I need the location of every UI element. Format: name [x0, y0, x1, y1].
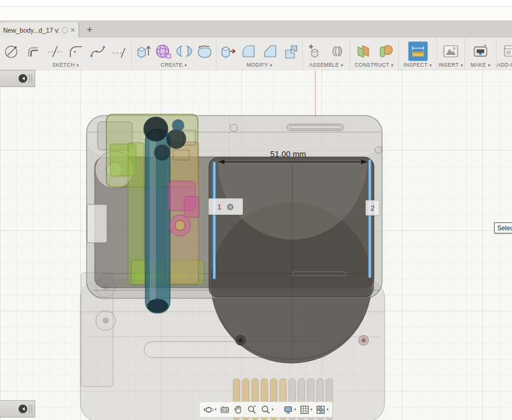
insert-menu-label[interactable]: INSERT ▾ — [438, 62, 463, 68]
construct-axis-icon[interactable] — [375, 41, 395, 61]
addins-icon[interactable] — [501, 41, 512, 61]
zoom-icon[interactable] — [246, 403, 258, 416]
fillet-solid-icon[interactable] — [239, 41, 258, 61]
sketch-extend-icon[interactable] — [109, 41, 129, 61]
tab-close-icon[interactable]: ✕ — [70, 27, 75, 33]
pan-icon[interactable] — [233, 403, 244, 416]
arrow-left-icon — [20, 407, 25, 411]
navigation-bar: ▾ ▾ ▾ ▾ — [199, 401, 333, 418]
sketch-offset-icon[interactable] — [23, 41, 43, 61]
group-label-text: ADD-INS — [497, 62, 512, 68]
chevron-down-icon: ▾ — [310, 407, 312, 412]
group-label-text: MODIFY — [247, 62, 268, 68]
chevron-down-icon: ▾ — [391, 63, 394, 67]
chevron-down-icon: ▾ — [461, 63, 463, 67]
group-label-text: INSPECT — [404, 62, 428, 68]
toolbar-group-create: CREATE ▾ — [132, 38, 216, 70]
toolbar-group-make: MAKE ▾ — [465, 38, 497, 70]
model-dark-cavity[interactable] — [209, 158, 373, 297]
sketch-fillet-icon[interactable] — [66, 41, 86, 61]
group-label-text: INSERT — [438, 62, 459, 68]
assemble-menu-label[interactable]: ASSEMBLE ▾ — [309, 62, 343, 68]
measure-point-badge-1[interactable]: 1 ⚙ — [208, 198, 243, 215]
addins-menu-label[interactable]: ADD-INS ▾ — [497, 62, 512, 68]
make-menu-label[interactable]: MAKE ▾ — [471, 62, 490, 68]
new-tab-button[interactable]: + — [79, 24, 100, 38]
group-label-text: CREATE — [161, 62, 183, 68]
zoom-window-icon[interactable]: ▾ — [260, 403, 274, 416]
press-pull-icon[interactable] — [218, 41, 237, 61]
chevron-down-icon: ▾ — [430, 63, 432, 67]
main-toolbar: SKETCH ▾ CREATE — [0, 38, 512, 70]
document-tab-title: New_body...d_17 v1* — [3, 27, 59, 34]
timeline-panel-collapsed — [0, 400, 35, 418]
chevron-down-icon: ▾ — [341, 63, 343, 67]
chamfer-icon[interactable] — [260, 41, 280, 61]
measure-point-badge-2[interactable]: 2 — [365, 200, 380, 216]
browser-panel-collapsed — [0, 70, 35, 87]
measure-point-number: 2 — [370, 204, 374, 212]
chevron-down-icon: ▾ — [184, 63, 187, 67]
chevron-down-icon: ▾ — [270, 63, 273, 67]
document-tab-bar: New_body...d_17 v1* ✕ + — [0, 20, 512, 38]
canvas-viewport[interactable]: 51.00 mm 1 ⚙ 2 Select o ▾ — [0, 70, 512, 420]
cad-model — [0, 70, 512, 420]
new-component-icon[interactable] — [305, 41, 325, 61]
sketch-menu-label[interactable]: SKETCH ▾ — [52, 62, 79, 68]
toolbar-group-insert: INSERT ▾ — [437, 38, 465, 70]
titlebar — [0, 0, 512, 20]
construct-menu-label[interactable]: CONSTRUCT ▾ — [355, 62, 394, 68]
group-label-text: SKETCH — [52, 62, 74, 68]
display-settings-icon[interactable]: ▾ — [283, 403, 297, 416]
joint-icon[interactable] — [327, 41, 347, 61]
selected-edge-1[interactable] — [213, 162, 216, 279]
timeline-expand-button[interactable] — [19, 405, 27, 413]
sketch-spline-icon[interactable] — [88, 41, 108, 61]
chevron-down-icon: ▾ — [294, 407, 296, 412]
arrow-left-icon — [20, 77, 25, 80]
combine-icon[interactable] — [281, 41, 301, 61]
form-icon[interactable] — [153, 41, 173, 61]
modify-menu-label[interactable]: MODIFY ▾ — [247, 62, 273, 68]
chevron-down-icon: ▾ — [326, 407, 328, 412]
fusion360-window: New_body...d_17 v1* ✕ + — [0, 0, 512, 420]
inspect-menu-label[interactable]: INSPECT ▾ — [404, 62, 432, 68]
panel-grip-handle[interactable] — [29, 74, 32, 83]
orbit-icon[interactable]: ▾ — [203, 403, 217, 416]
group-label-text: ASSEMBLE — [309, 62, 339, 68]
toolbar-group-modify: MODIFY ▾ — [216, 38, 303, 70]
insert-image-icon[interactable] — [441, 41, 461, 61]
sketch-trim-icon[interactable] — [45, 41, 65, 61]
viewports-icon[interactable]: ▾ — [315, 403, 329, 416]
selected-edge-2[interactable] — [369, 159, 371, 278]
grid-display-icon[interactable]: ▾ — [299, 403, 313, 416]
dimension-value: 51.00 mm — [270, 149, 306, 159]
chevron-down-icon: ▾ — [488, 63, 490, 67]
chevron-down-icon: ▾ — [77, 63, 79, 67]
chevron-down-icon: ▾ — [215, 407, 216, 412]
revolve-icon[interactable] — [195, 41, 215, 61]
panel-grip-handle[interactable] — [29, 405, 32, 413]
browser-expand-button[interactable] — [19, 74, 27, 83]
document-tab[interactable]: New_body...d_17 v1* ✕ — [0, 22, 79, 38]
gear-icon[interactable]: ⚙ — [226, 203, 234, 211]
extrude-icon[interactable] — [133, 41, 153, 61]
mirror-icon[interactable] — [174, 41, 194, 61]
chevron-down-icon: ▾ — [271, 407, 273, 412]
toolbar-group-sketch: SKETCH ▾ — [0, 38, 132, 70]
sketch-circle-icon[interactable] — [2, 41, 22, 61]
group-label-text: CONSTRUCT — [355, 62, 390, 68]
tab-status-icon — [62, 27, 68, 33]
group-label-text: MAKE — [471, 62, 486, 68]
measure-icon[interactable] — [408, 41, 428, 61]
toolbar-group-inspect: INSPECT ▾ — [399, 38, 437, 70]
toolbar-group-addins: ADD-INS ▾ — [497, 38, 512, 70]
create-menu-label[interactable]: CREATE ▾ — [161, 62, 187, 68]
toolbar-group-assemble: ASSEMBLE ▾ — [303, 38, 350, 70]
look-at-icon[interactable] — [219, 403, 231, 416]
toolbar-group-construct: CONSTRUCT ▾ — [350, 38, 399, 70]
selection-prompt-tooltip: Select o — [494, 222, 512, 233]
3d-print-icon[interactable] — [471, 41, 490, 61]
measure-point-number: 1 — [218, 203, 221, 211]
construct-plane-icon[interactable] — [353, 41, 373, 61]
